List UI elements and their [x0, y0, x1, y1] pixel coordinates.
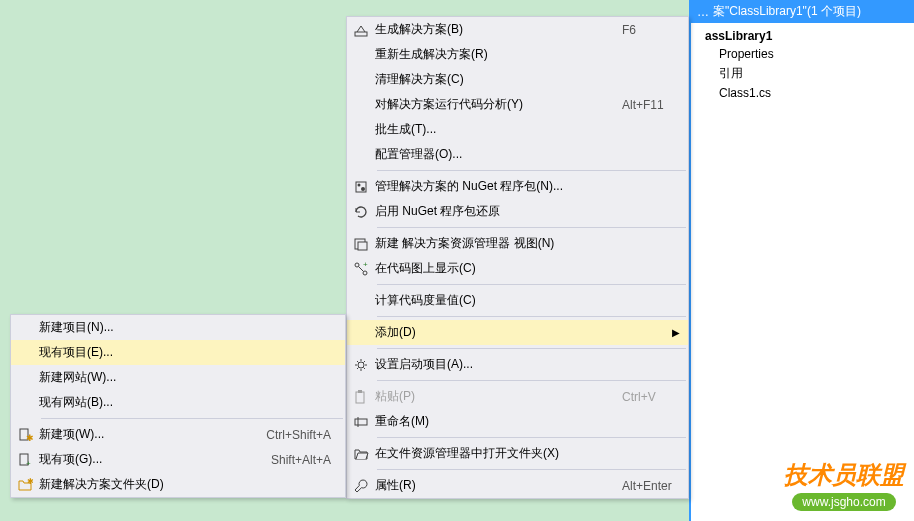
rename-icon [347, 414, 375, 430]
main-menu-item-8[interactable]: 启用 NuGet 程序包还原 [347, 199, 688, 224]
main-menu-item-13[interactable]: 计算代码度量值(C) [347, 288, 688, 313]
solution-context-menu[interactable]: 生成解决方案(B)F6重新生成解决方案(R)清理解决方案(C)对解决方案运行代码… [346, 16, 689, 499]
main-menu-item-3[interactable]: 对解决方案运行代码分析(Y)Alt+F11 [347, 92, 688, 117]
main-menu-label: 启用 NuGet 程序包还原 [375, 203, 682, 220]
main-menu-shortcut: Alt+F11 [622, 98, 682, 112]
svg-text:+: + [26, 459, 31, 468]
main-menu-label: 管理解决方案的 NuGet 程序包(N)... [375, 178, 682, 195]
svg-point-6 [355, 263, 359, 267]
newfolder-icon: ✱ [11, 477, 39, 493]
watermark: 技术员联盟 www.jsgho.com [784, 459, 904, 511]
main-menu-label: 计算代码度量值(C) [375, 292, 682, 309]
main-menu-label: 重命名(M) [375, 413, 682, 430]
main-menu-label: 重新生成解决方案(R) [375, 46, 682, 63]
svg-rect-1 [356, 182, 366, 192]
existitem-icon: + [11, 452, 39, 468]
main-menu-separator [377, 227, 686, 228]
project-node[interactable]: assLibrary1 [701, 27, 914, 45]
main-menu-item-10[interactable]: 新建 解决方案资源管理器 视图(N) [347, 231, 688, 256]
main-menu-item-24[interactable]: 属性(R)Alt+Enter [347, 473, 688, 498]
svg-text:✱: ✱ [27, 477, 33, 486]
nuget-icon [347, 179, 375, 195]
gear-icon [347, 357, 375, 373]
main-menu-label: 属性(R) [375, 477, 622, 494]
properties-label: Properties [719, 47, 774, 61]
sub-menu-item-6[interactable]: +现有项(G)...Shift+Alt+A [11, 447, 345, 472]
svg-point-2 [358, 183, 361, 186]
sub-menu-shortcut: Shift+Alt+A [271, 453, 339, 467]
add-submenu[interactable]: 新建项目(N)...现有项目(E)...新建网站(W)...现有网站(B)...… [10, 314, 346, 498]
main-menu-label: 配置管理器(O)... [375, 146, 682, 163]
main-menu-item-0[interactable]: 生成解决方案(B)F6 [347, 17, 688, 42]
sub-menu-item-5[interactable]: ✱新建项(W)...Ctrl+Shift+A [11, 422, 345, 447]
watermark-title: 技术员联盟 [784, 459, 904, 491]
main-menu-label: 添加(D) [375, 324, 682, 341]
solution-explorer-header: … 案"ClassLibrary1"(1 个项目) [691, 0, 914, 23]
sub-menu-label: 新建项目(N)... [39, 319, 339, 336]
main-menu-item-1[interactable]: 重新生成解决方案(R) [347, 42, 688, 67]
sub-menu-label: 新建网站(W)... [39, 369, 339, 386]
main-menu-label: 在代码图上显示(C) [375, 260, 682, 277]
header-prefix: … [697, 5, 709, 19]
main-menu-label: 生成解决方案(B) [375, 21, 622, 38]
main-menu-label: 对解决方案运行代码分析(Y) [375, 96, 622, 113]
main-menu-item-4[interactable]: 批生成(T)... [347, 117, 688, 142]
references-label: 引用 [719, 65, 743, 82]
main-menu-separator [377, 316, 686, 317]
sub-menu-label: 新建项(W)... [39, 426, 266, 443]
folder-open-icon [347, 446, 375, 462]
submenu-arrow-icon: ▶ [672, 327, 680, 338]
main-menu-item-15[interactable]: 添加(D)▶ [347, 320, 688, 345]
main-menu-label: 粘贴(P) [375, 388, 622, 405]
references-node[interactable]: 引用 [701, 63, 914, 84]
main-menu-shortcut: Ctrl+V [622, 390, 682, 404]
solution-header-text: 案"ClassLibrary1"(1 个项目) [713, 3, 861, 20]
main-menu-item-5[interactable]: 配置管理器(O)... [347, 142, 688, 167]
solution-explorer-panel: … 案"ClassLibrary1"(1 个项目) assLibrary1 Pr… [689, 0, 914, 521]
main-menu-item-11[interactable]: +在代码图上显示(C) [347, 256, 688, 281]
sub-menu-label: 现有项目(E)... [39, 344, 339, 361]
main-menu-item-19: 粘贴(P)Ctrl+V [347, 384, 688, 409]
build-icon [347, 22, 375, 38]
svg-point-3 [361, 187, 365, 191]
main-menu-item-17[interactable]: 设置启动项目(A)... [347, 352, 688, 377]
main-menu-separator [377, 437, 686, 438]
svg-rect-5 [358, 242, 367, 250]
codemap-icon: + [347, 261, 375, 277]
solution-tree: assLibrary1 Properties 引用 Class1.cs [691, 23, 914, 102]
sub-menu-label: 新建解决方案文件夹(D) [39, 476, 339, 493]
sub-menu-item-3[interactable]: 现有网站(B)... [11, 390, 345, 415]
svg-point-7 [363, 271, 367, 275]
svg-rect-11 [356, 392, 364, 403]
sub-menu-item-1[interactable]: 现有项目(E)... [11, 340, 345, 365]
file-label: Class1.cs [719, 86, 771, 100]
watermark-url: www.jsgho.com [792, 493, 895, 511]
restore-icon [347, 204, 375, 220]
svg-rect-13 [355, 419, 367, 425]
sub-menu-item-2[interactable]: 新建网站(W)... [11, 365, 345, 390]
main-menu-separator [377, 469, 686, 470]
main-menu-shortcut: F6 [622, 23, 682, 37]
newitem-icon: ✱ [11, 427, 39, 443]
newview-icon [347, 236, 375, 252]
main-menu-item-7[interactable]: 管理解决方案的 NuGet 程序包(N)... [347, 174, 688, 199]
sub-menu-item-7[interactable]: ✱新建解决方案文件夹(D) [11, 472, 345, 497]
sub-menu-item-0[interactable]: 新建项目(N)... [11, 315, 345, 340]
paste-icon [347, 389, 375, 405]
svg-rect-0 [355, 32, 367, 36]
svg-text:+: + [363, 261, 368, 269]
main-menu-label: 设置启动项目(A)... [375, 356, 682, 373]
main-menu-separator [377, 284, 686, 285]
main-menu-label: 在文件资源管理器中打开文件夹(X) [375, 445, 682, 462]
main-menu-item-22[interactable]: 在文件资源管理器中打开文件夹(X) [347, 441, 688, 466]
project-label: assLibrary1 [705, 29, 772, 43]
svg-text:✱: ✱ [26, 433, 33, 443]
properties-node[interactable]: Properties [701, 45, 914, 63]
sub-menu-separator [41, 418, 343, 419]
main-menu-label: 清理解决方案(C) [375, 71, 682, 88]
file-node[interactable]: Class1.cs [701, 84, 914, 102]
main-menu-label: 新建 解决方案资源管理器 视图(N) [375, 235, 682, 252]
main-menu-separator [377, 348, 686, 349]
main-menu-item-2[interactable]: 清理解决方案(C) [347, 67, 688, 92]
main-menu-item-20[interactable]: 重命名(M) [347, 409, 688, 434]
